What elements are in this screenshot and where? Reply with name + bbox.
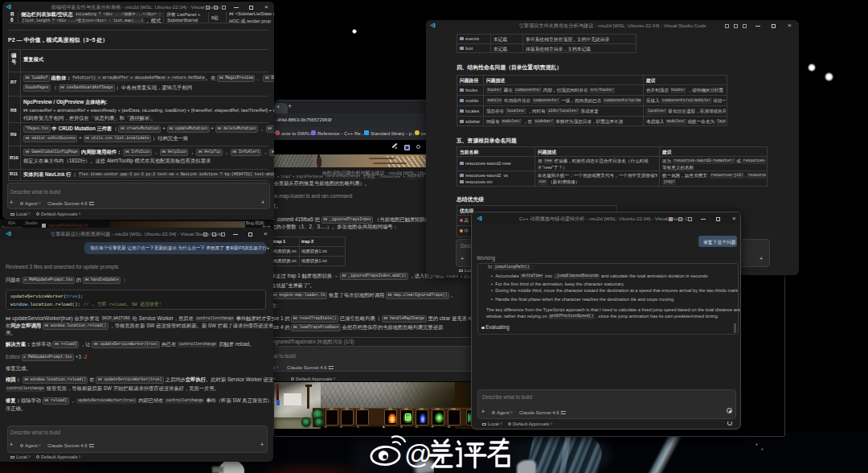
svg-text:@: @ bbox=[404, 438, 432, 469]
